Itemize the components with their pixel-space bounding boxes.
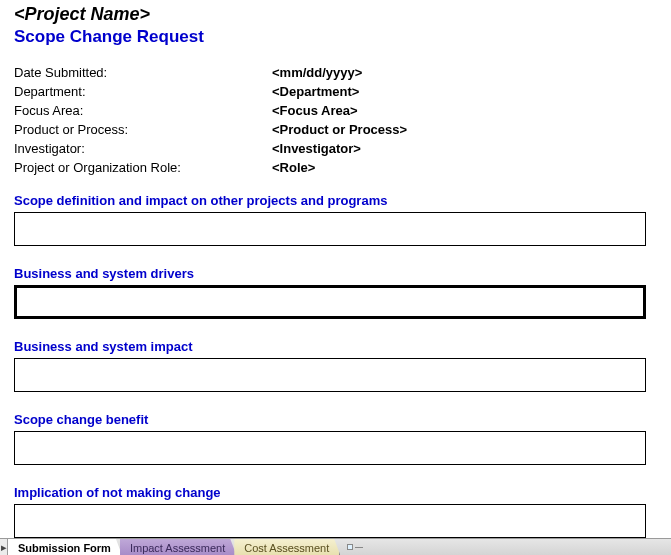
section-heading-implication: Implication of not making change [14,485,657,500]
meta-label-focus-area: Focus Area: [14,101,272,120]
meta-row: Department: <Department> [14,82,407,101]
meta-label-project-role: Project or Organization Role: [14,158,272,177]
meta-row: Investigator: <Investigator> [14,139,407,158]
tab-strip-end-icon [342,539,368,555]
document-page: <Project Name> Scope Change Request Date… [0,0,671,538]
meta-row: Project or Organization Role: <Role> [14,158,407,177]
tab-cost-assessment[interactable]: Cost Assessment [234,539,340,555]
meta-label-investigator: Investigator: [14,139,272,158]
tab-label: Submission Form [18,542,111,554]
tab-impact-assessment[interactable]: Impact Assessment [120,539,236,555]
meta-row: Date Submitted: <mm/dd/yyyy> [14,63,407,82]
tab-label: Impact Assessment [130,542,225,554]
input-scope-definition[interactable] [14,212,646,246]
section-heading-scope-definition: Scope definition and impact on other pro… [14,193,657,208]
tab-label: Cost Assessment [244,542,329,554]
meta-value-department: <Department> [272,82,407,101]
input-implication[interactable] [14,504,646,538]
tab-nav-button[interactable]: ▸ [0,539,8,555]
section-heading-scope-benefit: Scope change benefit [14,412,657,427]
meta-value-focus-area: <Focus Area> [272,101,407,120]
meta-value-date-submitted: <mm/dd/yyyy> [272,63,407,82]
meta-value-project-role: <Role> [272,158,407,177]
tab-submission-form[interactable]: Submission Form [8,539,122,555]
project-name-title: <Project Name> [14,4,657,25]
meta-row: Product or Process: <Product or Process> [14,120,407,139]
input-business-drivers[interactable] [14,285,646,319]
sheet-tab-strip: ▸ Submission Form Impact Assessment Cost… [0,538,671,555]
meta-row: Focus Area: <Focus Area> [14,101,407,120]
input-business-impact[interactable] [14,358,646,392]
meta-value-product-process: <Product or Process> [272,120,407,139]
triangle-right-icon: ▸ [1,541,7,554]
section-heading-business-impact: Business and system impact [14,339,657,354]
scope-change-request-title: Scope Change Request [14,27,657,47]
meta-label-product-process: Product or Process: [14,120,272,139]
meta-label-department: Department: [14,82,272,101]
metadata-table: Date Submitted: <mm/dd/yyyy> Department:… [14,63,407,177]
meta-value-investigator: <Investigator> [272,139,407,158]
meta-label-date-submitted: Date Submitted: [14,63,272,82]
section-heading-business-drivers: Business and system drivers [14,266,657,281]
input-scope-benefit[interactable] [14,431,646,465]
